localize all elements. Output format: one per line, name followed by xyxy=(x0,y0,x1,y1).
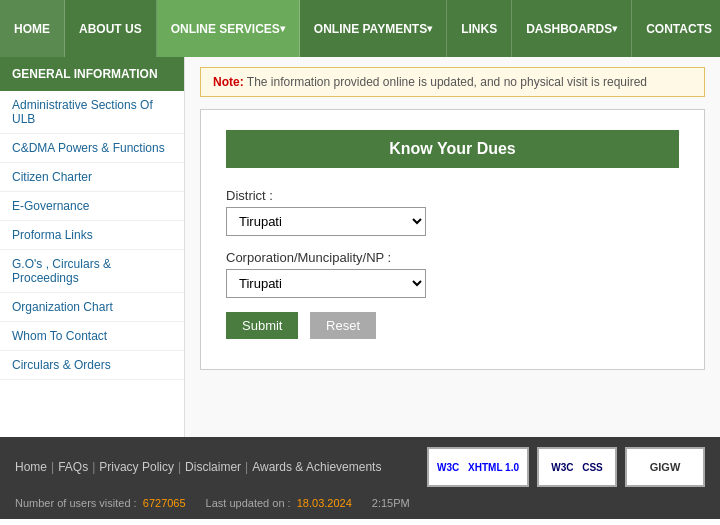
w3c-css-line2: CSS xyxy=(582,462,603,473)
nav-home[interactable]: HOME xyxy=(0,0,65,57)
footer-disclaimer[interactable]: Disclaimer xyxy=(185,460,241,474)
main-nav: HOME ABOUT US ONLINE SERVICES ONLINE PAY… xyxy=(0,0,720,57)
district-label: District : xyxy=(226,188,679,203)
footer-bottom: Number of users visited : 6727065 Last u… xyxy=(15,497,705,509)
updated-date: 18.03.2024 xyxy=(297,497,352,509)
sidebar-item-cdma[interactable]: C&DMA Powers & Functions xyxy=(0,134,184,163)
nav-links[interactable]: LINKS xyxy=(447,0,512,57)
badge-w3c-xhtml: W3C XHTML 1.0 xyxy=(427,447,529,487)
sep1: | xyxy=(51,460,54,474)
footer: Home | FAQs | Privacy Policy | Disclaime… xyxy=(0,437,720,519)
page-layout: GENERAL INFORMATION Administrative Secti… xyxy=(0,57,720,437)
sidebar: GENERAL INFORMATION Administrative Secti… xyxy=(0,57,185,437)
corporation-group: Corporation/Muncipality/NP : Tirupati xyxy=(226,250,679,298)
footer-home[interactable]: Home xyxy=(15,460,47,474)
footer-top: Home | FAQs | Privacy Policy | Disclaime… xyxy=(15,447,705,493)
district-group: District : Tirupati xyxy=(226,188,679,236)
note-bar: Note: The information provided online is… xyxy=(200,67,705,97)
corporation-label: Corporation/Muncipality/NP : xyxy=(226,250,679,265)
badge-w3c-css: W3C CSS xyxy=(537,447,617,487)
note-label: Note: xyxy=(213,75,244,89)
nav-dashboards[interactable]: DASHBOARDS xyxy=(512,0,632,57)
footer-faqs[interactable]: FAQs xyxy=(58,460,88,474)
sidebar-item-citizen-charter[interactable]: Citizen Charter xyxy=(0,163,184,192)
updated-text: Last updated on : 18.03.2024 xyxy=(206,497,352,509)
main-content: Note: The information provided online is… xyxy=(185,57,720,437)
sidebar-item-egovernance[interactable]: E-Governance xyxy=(0,192,184,221)
corporation-select[interactable]: Tirupati xyxy=(226,269,426,298)
w3c-xhtml-line1: W3C xyxy=(437,462,459,473)
updated-time: 2:15PM xyxy=(372,497,410,509)
visited-text: Number of users visited : 6727065 xyxy=(15,497,186,509)
know-your-dues-card: Know Your Dues District : Tirupati Corpo… xyxy=(200,109,705,370)
nav-contacts[interactable]: CONTACTS xyxy=(632,0,720,57)
w3c-xhtml-line2: XHTML 1.0 xyxy=(468,462,519,473)
sep3: | xyxy=(178,460,181,474)
badge-gigw: GIGW xyxy=(625,447,705,487)
footer-privacy[interactable]: Privacy Policy xyxy=(99,460,174,474)
visited-count: 6727065 xyxy=(143,497,186,509)
footer-links: Home | FAQs | Privacy Policy | Disclaime… xyxy=(15,460,381,474)
updated-label: Last updated on : xyxy=(206,497,291,509)
footer-badges: W3C XHTML 1.0 W3C CSS GIGW xyxy=(427,447,705,487)
sidebar-item-whom-to-contact[interactable]: Whom To Contact xyxy=(0,322,184,351)
card-title: Know Your Dues xyxy=(226,130,679,168)
visited-label: Number of users visited : xyxy=(15,497,137,509)
sidebar-item-circulars[interactable]: Circulars & Orders xyxy=(0,351,184,380)
sep2: | xyxy=(92,460,95,474)
nav-about-us[interactable]: ABOUT US xyxy=(65,0,157,57)
sep4: | xyxy=(245,460,248,474)
note-text: The information provided online is updat… xyxy=(247,75,647,89)
sidebar-header: GENERAL INFORMATION xyxy=(0,57,184,91)
sidebar-item-org-chart[interactable]: Organization Chart xyxy=(0,293,184,322)
nav-online-payments[interactable]: ONLINE PAYMENTS xyxy=(300,0,447,57)
district-select[interactable]: Tirupati xyxy=(226,207,426,236)
w3c-css-line1: W3C xyxy=(551,462,573,473)
footer-awards[interactable]: Awards & Achievements xyxy=(252,460,381,474)
reset-button[interactable]: Reset xyxy=(310,312,376,339)
sidebar-item-proforma[interactable]: Proforma Links xyxy=(0,221,184,250)
nav-online-services[interactable]: ONLINE SERVICES xyxy=(157,0,300,57)
sidebar-item-gos[interactable]: G.O's , Circulars & Proceedings xyxy=(0,250,184,293)
sidebar-item-admin-sections[interactable]: Administrative Sections Of ULB xyxy=(0,91,184,134)
gigw-label: GIGW xyxy=(650,461,681,473)
submit-button[interactable]: Submit xyxy=(226,312,298,339)
form-buttons: Submit Reset xyxy=(226,312,679,339)
